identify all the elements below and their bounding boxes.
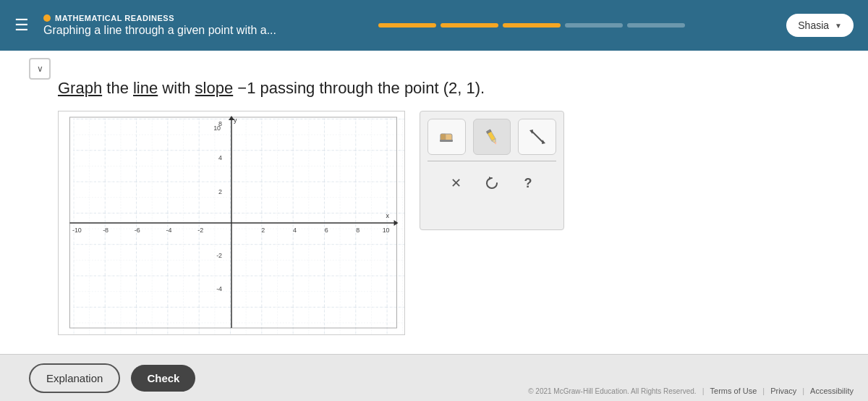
svg-text:6: 6: [325, 227, 328, 234]
main-content: ∨ Graph the line with slope −1 passing t…: [0, 51, 868, 354]
svg-text:-2: -2: [216, 252, 222, 259]
tools-row-top: [427, 119, 556, 155]
user-name: Shasia: [798, 20, 829, 31]
progress-segment-3: [503, 23, 561, 28]
eraser-tool-button[interactable]: [427, 119, 466, 155]
tools-divider: [427, 161, 556, 161]
graph-tools-area: x y 2 4 8 10 -2 -4 2 4 6 8 10: [58, 111, 839, 335]
svg-text:-8: -8: [103, 227, 109, 234]
pencil-tool-button[interactable]: [473, 119, 511, 155]
svg-text:2: 2: [218, 188, 222, 195]
svg-text:10: 10: [383, 227, 390, 234]
svg-rect-2: [73, 119, 404, 334]
progress-segment-1: [378, 23, 436, 28]
question-text: Graph the line with slope −1 passing thr…: [58, 76, 839, 100]
progress-bar-area: [298, 23, 765, 28]
svg-marker-34: [542, 140, 545, 144]
svg-text:y: y: [234, 117, 237, 124]
slope-keyword: slope: [195, 79, 234, 97]
privacy-link[interactable]: Privacy: [770, 387, 796, 395]
help-tool-button[interactable]: ?: [514, 170, 542, 196]
slope-value: −1 passing through the point (2, 1).: [237, 79, 485, 97]
svg-line-33: [532, 131, 543, 143]
tools-panel: ✕ ?: [420, 111, 564, 230]
header-badge: MATHEMATICAL READINESS: [43, 14, 276, 22]
badge-text: MATHEMATICAL READINESS: [55, 14, 174, 22]
svg-text:-10: -10: [72, 227, 82, 234]
footer-separator-2: |: [762, 387, 765, 395]
undo-tool-button[interactable]: [477, 170, 506, 196]
svg-marker-35: [529, 130, 533, 134]
header: ☰ MATHEMATICAL READINESS Graphing a line…: [0, 0, 868, 51]
svg-text:-4: -4: [166, 227, 172, 234]
collapse-icon: ∨: [37, 64, 43, 74]
svg-text:-6: -6: [135, 227, 140, 234]
svg-rect-28: [440, 140, 453, 142]
svg-text:10: 10: [213, 124, 221, 132]
chevron-down-icon: ▼: [835, 22, 842, 30]
line-keyword: line: [133, 79, 158, 97]
svg-text:2: 2: [261, 227, 265, 234]
progress-segment-5: [627, 23, 685, 28]
svg-text:-2: -2: [197, 227, 203, 234]
svg-text:8: 8: [356, 227, 359, 234]
svg-text:-4: -4: [216, 285, 222, 292]
footer-separator-3: |: [802, 387, 804, 395]
progress-segment-4: [565, 23, 623, 28]
close-icon: ✕: [451, 175, 461, 191]
badge-dot-icon: [43, 14, 51, 22]
hamburger-menu-icon[interactable]: ☰: [14, 16, 29, 35]
svg-text:4: 4: [293, 227, 297, 234]
help-icon: ?: [524, 176, 532, 191]
question-with: with: [162, 79, 195, 97]
svg-text:4: 4: [218, 154, 222, 161]
terms-of-use-link[interactable]: Terms of Use: [710, 387, 757, 395]
graph-keyword: Graph: [58, 79, 102, 97]
footer: Explanation Check © 2021 McGraw-Hill Edu…: [0, 354, 868, 401]
footer-separator-1: |: [702, 387, 705, 395]
header-info: MATHEMATICAL READINESS Graphing a line t…: [43, 14, 276, 37]
graph-container[interactable]: x y 2 4 8 10 -2 -4 2 4 6 8 10: [58, 111, 405, 335]
progress-segment-2: [441, 23, 498, 28]
delete-tool-button[interactable]: ✕: [441, 170, 470, 196]
question-the: the: [106, 79, 133, 97]
question-area: Graph the line with slope −1 passing thr…: [58, 72, 839, 100]
copyright-text: © 2021 McGraw-Hill Education. All Rights…: [528, 387, 696, 395]
user-menu-button[interactable]: Shasia ▼: [786, 14, 854, 37]
accessibility-link[interactable]: Accessibility: [810, 387, 854, 395]
graph-svg[interactable]: x y 2 4 8 10 -2 -4 2 4 6 8 10: [59, 111, 404, 334]
collapse-button[interactable]: ∨: [29, 58, 51, 80]
line-tool-button[interactable]: [518, 119, 556, 155]
tools-bottom-row: ✕ ?: [427, 167, 556, 196]
header-title: Graphing a line through a given point wi…: [43, 24, 276, 37]
svg-text:x: x: [386, 212, 390, 219]
explanation-button[interactable]: Explanation: [29, 363, 120, 393]
footer-links: © 2021 McGraw-Hill Education. All Rights…: [528, 387, 854, 395]
check-button[interactable]: Check: [131, 365, 195, 392]
